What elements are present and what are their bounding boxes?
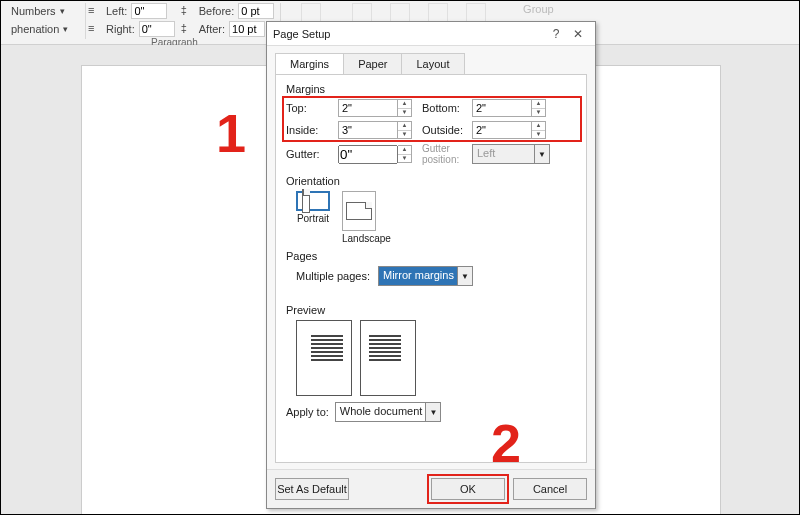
margins-grid: Top: ▲▼ Bottom: ▲▼ Inside: ▲▼ Outside: ▲…	[286, 99, 576, 139]
margin-bottom-spinner[interactable]: ▲▼	[532, 99, 546, 117]
spacing-after-label: After:	[199, 23, 225, 35]
chevron-down-icon: ▼	[534, 144, 550, 164]
chevron-down-icon[interactable]: ▼	[457, 266, 473, 286]
margin-outside-input[interactable]	[472, 121, 532, 139]
apply-to-label: Apply to:	[286, 406, 329, 418]
gutter-position-select: Left ▼	[472, 144, 550, 164]
hyphenation-button[interactable]: phenation ▾	[5, 21, 83, 37]
numbers-label: Numbers	[11, 5, 56, 17]
help-button[interactable]: ?	[545, 27, 567, 41]
selection-icon	[466, 3, 486, 23]
margin-top-spinner[interactable]: ▲▼	[398, 99, 412, 117]
ok-button[interactable]: OK	[431, 478, 505, 500]
section-margins-label: Margins	[286, 83, 576, 95]
margin-bottom-input[interactable]	[472, 99, 532, 117]
close-button[interactable]: ✕	[567, 27, 589, 41]
spacing-after-input[interactable]	[229, 21, 265, 37]
margin-inside-label: Inside:	[286, 124, 338, 136]
dialog-title: Page Setup	[273, 28, 545, 40]
orientation-landscape-label: Landscape	[342, 233, 391, 244]
gutter-spinner[interactable]: ▲▼	[398, 145, 412, 163]
group-label: Group	[523, 3, 554, 15]
page-setup-dialog: Page Setup ? ✕ Margins Paper Layout Marg…	[266, 21, 596, 509]
tab-panel-margins: Margins Top: ▲▼ Bottom: ▲▼ Inside: ▲▼ Ou…	[275, 74, 587, 463]
margin-inside-spinner[interactable]: ▲▼	[398, 121, 412, 139]
gutter-label: Gutter:	[286, 148, 338, 160]
gutter-position-label: Gutter position:	[416, 143, 472, 165]
preview-row	[296, 320, 576, 396]
margin-top-label: Top:	[286, 102, 338, 114]
indent-left-input[interactable]	[131, 3, 167, 19]
preview-page-right	[360, 320, 416, 396]
set-as-default-button[interactable]: Set As Default	[275, 478, 349, 500]
cancel-button[interactable]: Cancel	[513, 478, 587, 500]
indent-left-label: Left:	[106, 5, 127, 17]
tab-paper[interactable]: Paper	[344, 53, 402, 75]
chevron-down-icon[interactable]: ▼	[425, 402, 441, 422]
dialog-tabs: Margins Paper Layout	[267, 46, 595, 74]
gutter-input[interactable]	[338, 145, 398, 164]
orientation-portrait-label: Portrait	[297, 213, 329, 224]
chevron-down-icon: ▾	[60, 6, 65, 16]
margin-bottom-label: Bottom:	[416, 102, 472, 114]
spacing-before-icon: ‡	[181, 4, 195, 18]
wrap-icon	[352, 3, 372, 23]
spacing-before-label: Before:	[199, 5, 234, 17]
tab-margins[interactable]: Margins	[275, 53, 344, 75]
indent-right-input[interactable]	[139, 21, 175, 37]
preview-page-left	[296, 320, 352, 396]
indent-right-icon: ≡	[88, 22, 102, 36]
orientation-portrait[interactable]	[296, 191, 330, 211]
indent-left-icon: ≡	[88, 4, 102, 18]
dialog-button-bar: Set As Default OK Cancel	[267, 469, 595, 508]
margin-outside-spinner[interactable]: ▲▼	[532, 121, 546, 139]
position-icon	[301, 3, 321, 23]
margin-inside-input[interactable]	[338, 121, 398, 139]
dialog-titlebar[interactable]: Page Setup ? ✕	[267, 22, 595, 46]
orientation-landscape[interactable]	[342, 191, 376, 231]
separator	[85, 3, 86, 39]
tab-layout[interactable]: Layout	[402, 53, 464, 75]
section-pages-label: Pages	[286, 250, 576, 262]
line-numbers-button[interactable]: Numbers ▾	[5, 3, 83, 19]
apply-to-select[interactable]: Whole document ▼	[335, 402, 442, 422]
send-icon	[428, 3, 448, 23]
section-preview-label: Preview	[286, 304, 576, 316]
margin-outside-label: Outside:	[416, 124, 472, 136]
spacing-before-input[interactable]	[238, 3, 274, 19]
bring-icon	[390, 3, 410, 23]
multiple-pages-label: Multiple pages:	[296, 270, 370, 282]
spacing-after-icon: ‡	[181, 22, 195, 36]
margin-top-input[interactable]	[338, 99, 398, 117]
indent-right-label: Right:	[106, 23, 135, 35]
hyphenation-label: phenation	[11, 23, 59, 35]
chevron-down-icon: ▾	[63, 24, 68, 34]
multiple-pages-select[interactable]: Mirror margins ▼	[378, 266, 473, 286]
section-orientation-label: Orientation	[286, 175, 576, 187]
